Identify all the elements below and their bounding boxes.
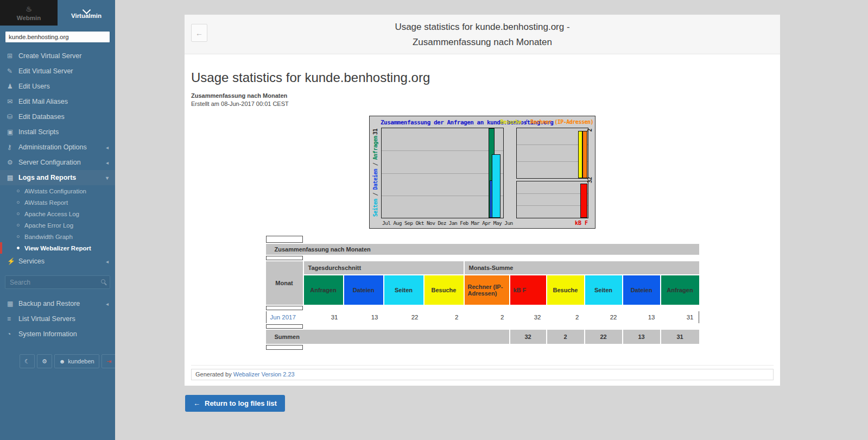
- sidebar-item-label: List Virtual Servers: [18, 315, 75, 323]
- settings-button[interactable]: ⚙: [37, 354, 52, 368]
- username-label: kundeben: [68, 358, 94, 364]
- cell-value: 32: [510, 311, 546, 323]
- bar-rechner: [582, 131, 587, 178]
- bullet-icon: [17, 212, 20, 215]
- report-created: Erstellt am 08-Jun-2017 00:01 CEST: [191, 100, 774, 107]
- sidebar-subitem-apache-error-log[interactable]: Apache Error Log: [0, 219, 115, 231]
- main-plot-panel: [381, 128, 504, 218]
- totals-row: Summen 32 2 22 13 31: [266, 330, 699, 344]
- chevron-down-icon: ▾: [106, 175, 109, 181]
- sidebar-item-label: Install Scripts: [18, 128, 59, 136]
- back-button[interactable]: ←: [191, 24, 207, 42]
- axis-seiten: Seiten: [372, 199, 378, 217]
- tab-webmin-label: Webmin: [17, 15, 41, 21]
- cell-value: 31: [304, 311, 343, 323]
- generated-by-text: Generated by: [195, 371, 233, 378]
- report-subtitle: Zusammenfassung nach Monaten: [191, 92, 774, 99]
- total-value: 13: [623, 330, 660, 344]
- sidebar-item-administration-options[interactable]: ⚷ Administration Options ◂: [0, 140, 115, 155]
- col-header-dateien: Dateien: [344, 275, 383, 305]
- sidebar-item-logs-and-reports[interactable]: ▤ Logs and Reports ▾: [0, 170, 115, 185]
- bullet-icon: [17, 247, 20, 249]
- col-header-anfragen-2: Anfragen: [661, 275, 699, 305]
- col-header-seiten: Seiten: [384, 275, 423, 305]
- window-icon: ▣: [7, 128, 18, 136]
- sidebar-item-list-virtual-servers[interactable]: ≡ List Virtual Servers: [0, 311, 115, 326]
- left-arrow-icon: ←: [193, 399, 200, 407]
- generated-by-box: Generated by Webalizer Version 2.23: [191, 369, 774, 380]
- tab-webmin[interactable]: ♨ Webmin: [0, 0, 58, 26]
- sidebar-item-create-virtual-server[interactable]: ⊞ Create Virtual Server: [0, 48, 115, 64]
- logout-button[interactable]: ⇥: [102, 354, 116, 368]
- chevron-left-icon: ◂: [106, 144, 109, 150]
- active-indicator: [0, 242, 2, 254]
- sidebar-item-label: Edit Mail Aliases: [18, 98, 68, 105]
- user-button[interactable]: ☻ kundeben: [54, 354, 99, 368]
- sidebar-item-install-scripts[interactable]: ▣ Install Scripts: [0, 124, 115, 140]
- overlay-besuche: Besuche: [500, 119, 522, 125]
- col-header-monat: Monat: [266, 261, 303, 305]
- sidebar-subitem-awstats-configuration[interactable]: AWstats Configuration: [0, 185, 115, 197]
- left-axis-label: Seiten / Dateien / Anfragen: [372, 136, 378, 217]
- sidebar-item-label: Edit Virtual Server: [18, 67, 73, 75]
- sidebar-menu: ⊞ Create Virtual Server ✎ Edit Virtual S…: [0, 48, 115, 342]
- user-icon: ☻: [59, 358, 66, 364]
- col-header-besuche: Besuche: [425, 275, 464, 305]
- axis-anfragen: Anfragen: [372, 136, 378, 160]
- chevron-left-icon: ◂: [106, 301, 109, 307]
- moon-icon: ☾: [24, 358, 30, 365]
- sidebar-item-backup-and-restore[interactable]: ▦ Backup and Restore ◂: [0, 296, 115, 311]
- sidebar-subitem-awstats-report[interactable]: AWstats Report: [0, 197, 115, 208]
- subitem-label: Apache Access Log: [24, 211, 79, 217]
- axis-sep: /: [372, 160, 378, 169]
- sidebar-item-server-configuration[interactable]: ⚙ Server Configuration ◂: [0, 155, 115, 170]
- right-bottom-axis-max: 32: [587, 177, 593, 183]
- tab-virtualmin[interactable]: Virtualmin: [58, 0, 115, 26]
- sidebar-subitem-bandwidth-graph[interactable]: Bandwidth Graph: [0, 231, 115, 242]
- sidebar-item-system-information[interactable]: ◔ System Information: [0, 326, 115, 342]
- key-icon: ⚷: [7, 143, 18, 151]
- return-button-label: Return to log files list: [205, 399, 277, 407]
- sidebar-item-edit-users[interactable]: ♟ Edit Users: [0, 79, 115, 94]
- bar-seiten: [492, 154, 500, 218]
- chevron-left-icon: ◂: [106, 259, 109, 265]
- product-tabs: ♨ Webmin Virtualmin: [0, 0, 115, 26]
- sidebar-subitem-view-webalizer-report[interactable]: View Webalizer Report: [0, 242, 115, 254]
- kbytes-plot-panel: [516, 181, 588, 218]
- sidebar: ♨ Webmin Virtualmin ⊞ Create Virtual Ser…: [0, 0, 115, 440]
- sidebar-subitem-apache-access-log[interactable]: Apache Access Log: [0, 208, 115, 219]
- table-caption: Zusammenfassung nach Monaten: [266, 244, 699, 255]
- sidebar-item-label: Backup and Restore: [18, 300, 80, 307]
- subitem-label: View Webalizer Report: [24, 245, 91, 252]
- page-title-line1: Usage statistics for kunde.benhosting.or…: [185, 20, 780, 35]
- right-top-axis-max: 2: [587, 129, 593, 132]
- webalizer-version-link[interactable]: Webalizer Version 2.23: [233, 371, 295, 378]
- group-header-daily: Tagesdurchschnitt: [304, 261, 464, 274]
- domain-select-input[interactable]: [5, 31, 110, 43]
- col-header-kbf: kB F: [510, 275, 546, 305]
- total-value: 2: [547, 330, 584, 344]
- col-header-dateien-2: Dateien: [623, 275, 660, 305]
- sidebar-item-label: Create Virtual Server: [18, 52, 82, 60]
- sidebar-item-label: Services: [18, 257, 45, 265]
- night-mode-button[interactable]: ☾: [20, 354, 35, 368]
- bar-kbf: [580, 184, 587, 218]
- report-heading: Usage statistics for kunde.benhosting.or…: [191, 70, 774, 85]
- overlay-rechner: Rechner (IP-Adressen): [530, 119, 593, 125]
- return-to-log-files-button[interactable]: ← Return to log files list: [185, 395, 285, 412]
- visits-plot-panel: [516, 128, 588, 179]
- sidebar-item-edit-databases[interactable]: ⛁ Edit Databases: [0, 109, 115, 124]
- sidebar-item-edit-mail-aliases[interactable]: ✉ Edit Mail Aliases: [0, 94, 115, 109]
- sidebar-search-input[interactable]: [5, 275, 110, 289]
- sidebar-item-edit-virtual-server[interactable]: ✎ Edit Virtual Server: [0, 64, 115, 79]
- bullet-icon: [17, 235, 20, 238]
- sidebar-item-services[interactable]: ⚡ Services ◂: [0, 254, 115, 269]
- sidebar-item-label: System Information: [18, 330, 77, 338]
- month-link[interactable]: Jun 2017: [267, 314, 296, 320]
- col-header-anfragen: Anfragen: [304, 275, 343, 305]
- col-header-besuche-2: Besuche: [547, 275, 584, 305]
- cell-value: 2: [425, 311, 464, 323]
- sidebar-item-label: Server Configuration: [18, 159, 81, 166]
- chevron-left-icon: ◂: [106, 160, 109, 166]
- overlay-sep: /: [522, 119, 531, 125]
